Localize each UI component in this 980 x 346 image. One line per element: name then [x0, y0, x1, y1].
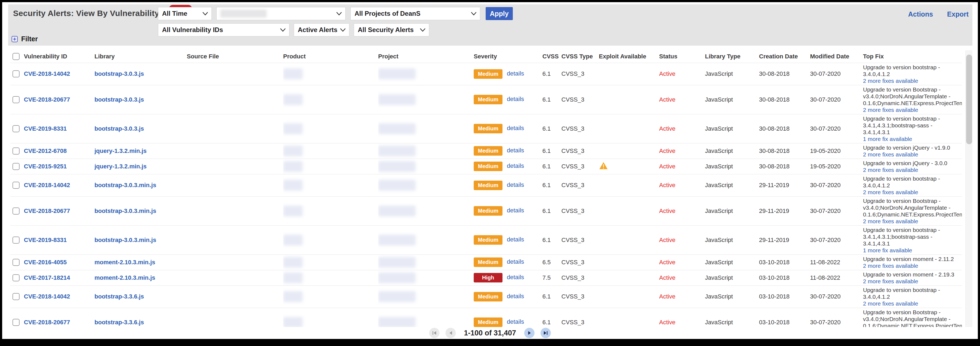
vulnerability-id-link[interactable]: CVE-2018-14042: [24, 293, 70, 300]
col-exploit-available: Exploit Available: [599, 50, 659, 63]
library-link[interactable]: bootstrap-3.0.3.min.js: [94, 207, 156, 214]
library-link[interactable]: moment-2.10.3.min.js: [94, 274, 155, 281]
vertical-scrollbar[interactable]: [965, 50, 972, 329]
select-all-checkbox[interactable]: [13, 53, 19, 60]
severity-badge: Medium: [474, 124, 503, 133]
vulnerability-id-link[interactable]: CVE-2017-18214: [24, 274, 70, 281]
modified-date-value: 30-07-2020: [810, 285, 863, 308]
details-link[interactable]: details: [507, 147, 524, 154]
row-checkbox[interactable]: [13, 70, 19, 77]
more-fixes-link[interactable]: 2 more fixes available: [863, 300, 958, 307]
pagination-label: 1-100 of 31,407: [464, 329, 516, 337]
more-fixes-link[interactable]: 2 more fixes available: [863, 262, 958, 269]
project-redacted: [378, 273, 415, 283]
previous-page-button[interactable]: [445, 328, 456, 338]
export-button[interactable]: Export: [947, 10, 969, 18]
details-link[interactable]: details: [507, 274, 524, 281]
more-fixes-link[interactable]: 2 more fixes available: [863, 218, 958, 225]
top-fix-cell: Upgrade to version jQuery - 3.0.0 2 more…: [863, 159, 962, 174]
alert-type-select[interactable]: All Security Alerts: [354, 23, 429, 37]
actions-button[interactable]: Actions: [908, 10, 933, 18]
exploit-available-cell: [599, 196, 659, 225]
details-link[interactable]: details: [507, 236, 524, 243]
apply-button[interactable]: Apply: [486, 7, 513, 20]
vulnerability-id-link[interactable]: CVE-2019-8331: [24, 125, 67, 132]
more-fixes-link[interactable]: 1 more fix available: [863, 136, 958, 142]
row-checkbox[interactable]: [13, 125, 19, 132]
vulnerability-id-link[interactable]: CVE-2012-6708: [24, 147, 67, 154]
source-file-cell: [187, 285, 283, 308]
details-link[interactable]: details: [507, 124, 524, 131]
project-cell: [378, 285, 474, 308]
product-redacted: [283, 94, 303, 105]
row-checkbox[interactable]: [13, 147, 19, 155]
vulnerability-id-link[interactable]: CVE-2015-9251: [24, 163, 67, 170]
library-link[interactable]: moment-2.10.3.min.js: [94, 259, 155, 266]
next-page-button[interactable]: [524, 328, 535, 338]
row-checkbox[interactable]: [13, 319, 19, 326]
vulnerability-ids-select[interactable]: All Vulnerability IDs: [158, 23, 290, 37]
table-row: CVE-2018-20677 bootstrap-3.0.3.js Medium…: [10, 85, 962, 114]
vulnerability-id-link[interactable]: CVE-2018-14042: [24, 70, 70, 77]
vulnerability-id-link[interactable]: CVE-2016-4055: [24, 259, 67, 266]
more-fixes-link[interactable]: 2 more fixes available: [863, 189, 958, 196]
projects-select[interactable]: All Projects of DeanS: [350, 7, 480, 20]
details-link[interactable]: details: [507, 293, 524, 300]
previous-page-icon: [448, 330, 453, 336]
scope-select[interactable]: [216, 7, 345, 20]
row-checkbox[interactable]: [13, 274, 19, 281]
first-page-button[interactable]: [429, 328, 439, 338]
library-link[interactable]: bootstrap-3.0.3.js: [94, 125, 144, 132]
row-checkbox[interactable]: [13, 259, 19, 266]
library-link[interactable]: jquery-1.3.2.min.js: [94, 163, 146, 170]
table-row: CVE-2016-4055 moment-2.10.3.min.js Mediu…: [10, 255, 962, 270]
row-checkbox[interactable]: [13, 293, 19, 300]
details-link[interactable]: details: [507, 163, 524, 169]
top-fix-text: Upgrade to version jQuery - v1.9.0: [863, 144, 958, 151]
vulnerability-id-link[interactable]: CVE-2018-14042: [24, 182, 70, 188]
row-checkbox[interactable]: [13, 207, 19, 215]
more-fixes-link[interactable]: 2 more fixes available: [863, 107, 958, 113]
col-product: Product: [283, 50, 378, 63]
library-link[interactable]: bootstrap-3.3.6.js: [94, 293, 144, 300]
details-link[interactable]: details: [507, 258, 524, 265]
vulnerability-id-link[interactable]: CVE-2018-20677: [24, 319, 70, 325]
row-checkbox[interactable]: [13, 182, 19, 189]
details-link[interactable]: details: [507, 318, 524, 325]
creation-date-value: 03-10-2018: [759, 285, 810, 308]
library-link[interactable]: bootstrap-3.0.3.min.js: [94, 182, 156, 188]
alert-status-select[interactable]: Active Alerts: [294, 23, 349, 37]
row-checkbox[interactable]: [13, 96, 19, 103]
product-redacted: [283, 273, 303, 283]
vulnerability-id-link[interactable]: CVE-2018-20677: [24, 96, 70, 103]
details-link[interactable]: details: [507, 182, 524, 188]
filter-expander[interactable]: Filter: [11, 35, 38, 43]
library-link[interactable]: bootstrap-3.0.3.min.js: [94, 236, 156, 243]
library-link[interactable]: bootstrap-3.0.3.js: [94, 70, 144, 77]
more-fixes-link[interactable]: 2 more fixes available: [863, 77, 958, 84]
row-checkbox[interactable]: [13, 236, 19, 244]
library-link[interactable]: bootstrap-3.3.6.js: [94, 319, 144, 325]
library-type-value: JavaScript: [705, 85, 759, 114]
row-checkbox[interactable]: [13, 163, 19, 170]
more-fixes-link[interactable]: 2 more fixes available: [863, 166, 958, 173]
last-page-button[interactable]: [541, 328, 551, 338]
chevron-down-icon: [471, 12, 477, 16]
more-fixes-link[interactable]: 2 more fixes available: [863, 278, 958, 285]
source-file-cell: [187, 85, 283, 114]
library-link[interactable]: jquery-1.3.2.min.js: [94, 147, 146, 154]
col-vulnerability-id: Vulnerability ID: [24, 50, 94, 63]
library-link[interactable]: bootstrap-3.0.3.js: [94, 96, 144, 103]
details-link[interactable]: details: [507, 70, 524, 77]
more-fixes-link[interactable]: 1 more fix available: [863, 247, 958, 254]
details-link[interactable]: details: [507, 207, 524, 214]
last-page-icon: [543, 330, 548, 336]
vulnerability-id-link[interactable]: CVE-2019-8331: [24, 236, 67, 243]
details-link[interactable]: details: [507, 96, 524, 102]
top-fix-cell: Upgrade to version Bootstrap - v3.4.0;No…: [863, 85, 962, 114]
scrollbar-thumb[interactable]: [966, 54, 972, 144]
top-fix-text: Upgrade to version moment - 2.11.2: [863, 255, 958, 262]
vulnerability-id-link[interactable]: CVE-2018-20677: [24, 207, 70, 214]
more-fixes-link[interactable]: 2 more fixes available: [863, 151, 958, 158]
time-range-select[interactable]: All Time: [158, 7, 212, 20]
